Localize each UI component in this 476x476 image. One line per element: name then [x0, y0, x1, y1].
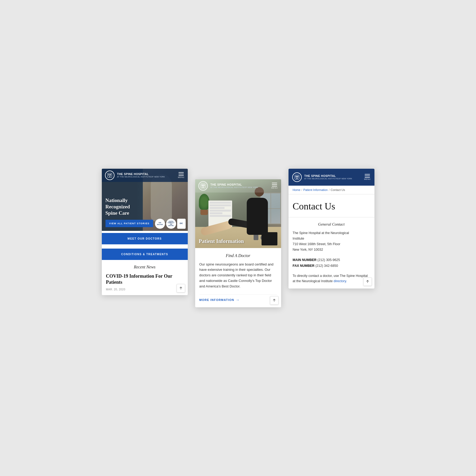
breadcrumb-sep1: /	[301, 188, 302, 191]
phone1-hero: THE SPINE HOSPITAL AT THE NEUROLOGICAL I…	[102, 169, 188, 231]
top-doctor-badge: TOPDOCTOR	[155, 219, 165, 229]
phone1-menu-button[interactable]: MENU	[178, 172, 185, 178]
svg-rect-11	[296, 178, 298, 179]
arrow-icon: →	[236, 298, 240, 302]
phone1-header: THE SPINE HOSPITAL AT THE NEUROLOGICAL I…	[102, 169, 188, 182]
find-doctor-title: Find A Doctor	[199, 253, 277, 258]
directory-link[interactable]: directory.	[333, 279, 347, 283]
scene: THE SPINE HOSPITAL AT THE NEUROLOGICAL I…	[91, 153, 385, 323]
phone1-hero-text: Nationally Recognized Spine Care	[106, 197, 153, 216]
svg-rect-6	[203, 184, 204, 186]
svg-rect-10	[297, 176, 298, 177]
breadcrumb-current: Contact Us	[331, 188, 345, 191]
breadcrumb-home[interactable]: Home	[293, 188, 300, 191]
phone2-scroll-up-button[interactable]	[270, 296, 278, 305]
badge-area: TOPDOCTOR CASTLECONNOLLYTOPDOCTOR DIC	[155, 219, 186, 229]
recent-news-section: Recent News COVID-19 Information For Our…	[102, 260, 188, 295]
phone3-header: THE SPINE HOSPITAL AT THE NEUROLOGICAL I…	[289, 169, 374, 186]
phone2-hero-title-container: Patient Information	[199, 238, 277, 244]
phone2-header: THE SPINE HOSPITAL AT THE NEUROLOGICAL I…	[195, 179, 281, 193]
logo-text: THE SPINE HOSPITAL AT THE NEUROLOGICAL I…	[117, 172, 175, 178]
news-article-date: MAR. 20, 2020	[106, 288, 184, 291]
phone3-scroll-up-button[interactable]	[363, 277, 372, 286]
breadcrumb-patient-info[interactable]: Patient Information	[303, 188, 328, 191]
find-doctor-text: Our spine neurosurgeons are board certif…	[199, 262, 277, 289]
page-title: Contact Us	[289, 194, 374, 217]
contact-numbers-block: MAIN NUMBER (212) 305-9625 FAX NUMBER (2…	[293, 257, 370, 269]
view-patient-stories-button[interactable]: VIEW ALL PATIENT STORIES	[106, 220, 153, 227]
site-name: THE SPINE HOSPITAL	[117, 172, 175, 176]
phone2-card: THE SPINE HOSPITAL AT THE NEUROLOGICAL I…	[195, 179, 281, 308]
person-silhouette	[247, 187, 273, 240]
more-info-link[interactable]: MORE INFORMATION →	[199, 294, 277, 302]
meet-doctors-button[interactable]: MEET OUR DOCTORS	[102, 233, 188, 244]
phone1-headline: Nationally Recognized Spine Care	[106, 197, 153, 216]
svg-rect-7	[202, 186, 204, 187]
svg-rect-1	[108, 174, 109, 175]
phone3-site-name: THE SPINE HOSPITAL	[304, 174, 361, 178]
phone2-hero: THE SPINE HOSPITAL AT THE NEUROLOGICAL I…	[195, 179, 281, 248]
news-article-title[interactable]: COVID-19 Information For Our Patients	[106, 273, 184, 286]
breadcrumb: Home / Patient Information / Contact Us	[289, 186, 374, 194]
logo-icon	[105, 171, 115, 180]
phone2-logo-text: THE SPINE HOSPITAL AT THE NEUROLOGICAL I…	[210, 183, 269, 189]
phone3-logo-icon	[292, 172, 302, 182]
directory-text-block: To directly contact a doctor, use The Sp…	[293, 273, 370, 284]
svg-rect-5	[202, 184, 203, 186]
phone2-hero-title: Patient Information	[199, 238, 277, 244]
breadcrumb-sep2: /	[329, 188, 329, 191]
svg-rect-9	[295, 176, 296, 177]
address-block: The Spine Hospital at the Neurological I…	[293, 230, 370, 253]
general-contact-label: General Contact	[293, 222, 370, 227]
phone3-menu-button[interactable]: MENU	[364, 174, 371, 180]
recent-news-title: Recent News	[106, 265, 184, 269]
phone2-site-subtitle: AT THE NEUROLOGICAL INSTITUTEOF NEW YORK	[210, 186, 269, 189]
phone1-card: THE SPINE HOSPITAL AT THE NEUROLOGICAL I…	[102, 169, 188, 295]
dic-badge: DIC	[177, 219, 186, 229]
site-subtitle: AT THE NEUROLOGICAL INSTITUTEOF NEW YORK	[117, 176, 175, 178]
fax-number-line: FAX NUMBER (212) 342-6850	[293, 263, 370, 269]
phone3-contact-body: General Contact The Spine Hospital at th…	[289, 217, 374, 289]
phone2-body: Find A Doctor Our spine neurosurgeons ar…	[195, 248, 281, 308]
phone2-menu-button[interactable]: MENU	[271, 183, 278, 189]
castle-connolly-badge: CASTLECONNOLLYTOPDOCTOR	[166, 219, 176, 229]
phone2-site-name: THE SPINE HOSPITAL	[210, 183, 269, 186]
phone3-card: THE SPINE HOSPITAL AT THE NEUROLOGICAL I…	[289, 169, 374, 289]
phone3-logo-text: THE SPINE HOSPITAL AT THE NEUROLOGICAL I…	[304, 174, 361, 180]
scroll-up-button[interactable]	[177, 284, 185, 292]
phone2-logo-icon	[198, 181, 208, 191]
phone3-site-subtitle: AT THE NEUROLOGICAL INSTITUTEOF NEW YORK	[304, 178, 361, 180]
phone1-body: MEET OUR DOCTORS CONDITIONS & TREATMENTS…	[102, 231, 188, 295]
conditions-treatments-button[interactable]: CONDITIONS & TREATMENTS	[102, 249, 188, 260]
svg-rect-2	[110, 174, 111, 175]
plant-decoration	[199, 194, 209, 215]
svg-rect-3	[109, 176, 111, 177]
main-number-line: MAIN NUMBER (212) 305-9625	[293, 257, 370, 263]
